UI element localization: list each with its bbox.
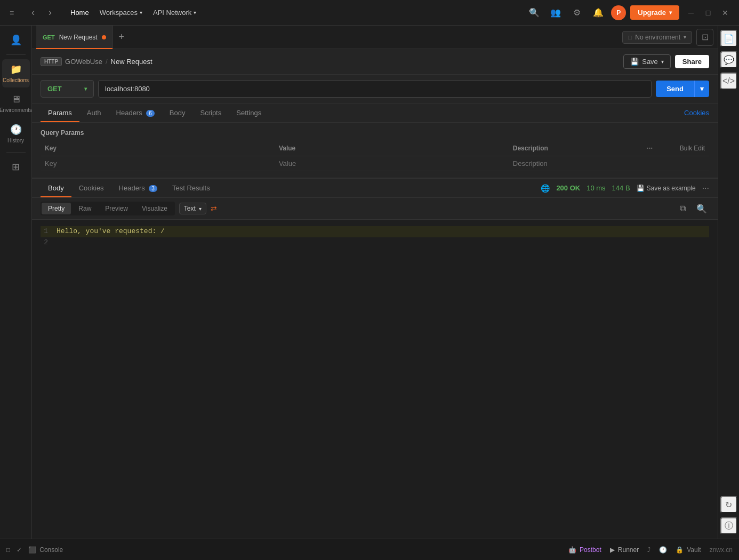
column-options-icon[interactable]: ··· <box>647 144 653 153</box>
sidebar-item-collections[interactable]: 📁 Collections <box>2 59 30 87</box>
response-tab-test-results[interactable]: Test Results <box>165 179 218 197</box>
workspaces-chevron: ▾ <box>140 10 142 15</box>
text-format-chevron: ▾ <box>199 206 202 212</box>
save-button[interactable]: 💾 Save ▾ <box>623 54 671 69</box>
request-area: HTTP GOWebUse / New Request 💾 Save ▾ Sha… <box>32 49 718 539</box>
close-button[interactable]: ✕ <box>718 5 733 20</box>
api-network-link[interactable]: API Network ▾ <box>149 6 200 19</box>
send-dropdown-button[interactable]: ▾ <box>694 81 709 97</box>
tab-auth[interactable]: Auth <box>79 103 109 122</box>
workspaces-link[interactable]: Workspaces ▾ <box>95 6 147 19</box>
history-label: History <box>7 138 24 143</box>
search-button[interactable]: 🔍 <box>526 4 543 21</box>
value-input[interactable] <box>279 159 504 167</box>
send-button-group: Send ▾ <box>656 81 709 97</box>
response-tab-cookies[interactable]: Cookies <box>71 179 111 197</box>
upgrade-chevron: ▾ <box>669 10 672 15</box>
status-workspace-icon[interactable]: □ <box>6 546 10 554</box>
tab-settings[interactable]: Settings <box>229 103 269 122</box>
sidebar-divider-1 <box>6 54 26 55</box>
query-params-section: Query Params Key Value Description ··· <box>32 123 718 178</box>
send-button[interactable]: Send <box>656 81 694 97</box>
bulk-edit-button[interactable]: Bulk Edit <box>680 145 705 152</box>
docs-button[interactable]: 📄 <box>720 30 737 47</box>
minimize-button[interactable]: ─ <box>684 5 698 20</box>
save-example-icon: 💾 <box>637 185 645 192</box>
vault-button[interactable]: 🔒 Vault <box>676 546 701 554</box>
right-sidebar: 📄 💬 </> ↻ ⓘ <box>718 26 739 539</box>
globe-icon: 🌐 <box>541 184 550 193</box>
home-link[interactable]: Home <box>66 6 93 19</box>
format-tab-pretty[interactable]: Pretty <box>42 203 71 214</box>
invite-button[interactable]: 👥 <box>547 4 564 21</box>
filter-icon[interactable]: ⇄ <box>211 204 217 213</box>
history-icon: 🕐 <box>10 124 22 135</box>
user-avatar[interactable]: P <box>611 5 626 20</box>
titlebar-nav: ‹ › <box>26 5 58 20</box>
workspace-icon: □ <box>6 546 10 554</box>
key-input[interactable] <box>45 159 270 167</box>
url-input[interactable] <box>98 80 652 98</box>
tab-name: New Request <box>59 34 98 41</box>
response-tab-headers[interactable]: Headers 3 <box>111 179 165 197</box>
query-params-title: Query Params <box>41 129 709 137</box>
description-input[interactable] <box>513 159 705 167</box>
console-button[interactable]: ⬛ Console <box>28 546 63 554</box>
upgrade-button[interactable]: Upgrade ▾ <box>630 5 679 20</box>
sidebar-item-account[interactable]: 👤 <box>2 30 30 50</box>
menu-button[interactable]: ≡ <box>6 7 17 18</box>
maximize-button[interactable]: □ <box>701 5 716 20</box>
status-check-icon[interactable]: ✓ <box>17 546 22 554</box>
status-bar-left: □ ✓ ⬛ Console <box>6 546 63 554</box>
cookies-link[interactable]: Cookies <box>684 109 709 117</box>
line-number-2: 2 <box>41 237 57 249</box>
method-chevron: ▾ <box>84 86 87 92</box>
save-layout-button[interactable]: ⊡ <box>696 29 713 46</box>
tab-body[interactable]: Body <box>162 103 193 122</box>
request-tabs-row: Params Auth Headers 6 Body Scripts Setti… <box>32 103 718 123</box>
method-selector[interactable]: GET ▾ <box>41 80 94 98</box>
sidebar-item-apps[interactable]: ⊞ <box>2 157 30 177</box>
refresh-button[interactable]: ↻ <box>720 496 737 513</box>
comments-button[interactable]: 💬 <box>720 51 737 68</box>
back-button[interactable]: ‹ <box>26 5 41 20</box>
clock-icon-status[interactable]: 🕐 <box>659 546 667 554</box>
info-button[interactable]: ⓘ <box>720 517 737 534</box>
environment-selector[interactable]: □ No environment ▾ <box>622 31 692 44</box>
apps-icon: ⊞ <box>12 161 20 173</box>
forward-button[interactable]: › <box>43 5 58 20</box>
code-button[interactable]: </> <box>720 73 737 90</box>
runner-button[interactable]: ▶ Runner <box>610 546 639 554</box>
response-text-1: Hello, you've requested: / <box>57 226 165 237</box>
environments-icon: 🖥 <box>11 94 21 105</box>
search-response-button[interactable]: 🔍 <box>694 201 709 216</box>
format-tab-preview[interactable]: Preview <box>99 203 134 214</box>
breadcrumb-request-name: New Request <box>111 58 152 66</box>
text-format-selector[interactable]: Text ▾ <box>179 203 206 214</box>
sidebar-item-environments[interactable]: 🖥 Environments <box>2 90 30 117</box>
new-tab-button[interactable]: + <box>113 29 130 46</box>
share-button[interactable]: Share <box>675 55 709 68</box>
sidebar-item-history[interactable]: 🕐 History <box>2 119 30 148</box>
settings-button[interactable]: ⚙ <box>568 4 585 21</box>
notifications-button[interactable]: 🔔 <box>590 4 607 21</box>
tab-params[interactable]: Params <box>41 103 79 122</box>
tab-headers[interactable]: Headers 6 <box>109 103 162 122</box>
copy-response-button[interactable]: ⧉ <box>675 201 690 216</box>
format-tab-raw[interactable]: Raw <box>72 203 98 214</box>
titlebar-controls: ≡ <box>6 7 17 18</box>
watermark: znwx.cn <box>710 546 733 554</box>
format-tab-visualize[interactable]: Visualize <box>135 203 174 214</box>
response-tab-body[interactable]: Body <box>41 179 71 197</box>
share-icon-status[interactable]: ⤴ <box>647 546 650 554</box>
titlebar: ≡ ‹ › Home Workspaces ▾ API Network ▾ 🔍 … <box>0 0 739 26</box>
vault-icon: 🔒 <box>676 546 684 554</box>
tab-unsaved-dot <box>102 35 106 39</box>
response-area: Body Cookies Headers 3 Test Results 🌐 20… <box>32 178 718 539</box>
save-as-example-button[interactable]: 💾 Save as example <box>637 185 696 192</box>
account-icon: 👤 <box>10 34 22 46</box>
tab-scripts[interactable]: Scripts <box>193 103 229 122</box>
request-tab-1[interactable]: GET New Request <box>36 26 113 49</box>
postbot-button[interactable]: 🤖 Postbot <box>568 546 601 554</box>
response-more-button[interactable]: ··· <box>702 183 709 193</box>
